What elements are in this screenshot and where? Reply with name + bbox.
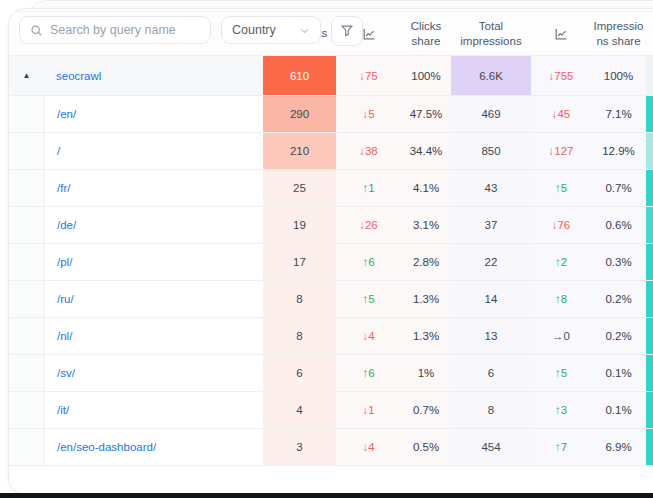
- toolbar: Search by query name Country: [9, 9, 653, 56]
- table-row: /nl/ 8 ↓4 1.3% 13 →0 0.2%: [9, 318, 653, 355]
- total-clicks-cell: 19: [263, 207, 336, 243]
- table-row: /de/ 19 ↓26 3.1% 37 ↓76 0.6%: [9, 207, 653, 244]
- query-cell: /: [44, 133, 263, 169]
- query-cell: /ru/: [44, 281, 263, 317]
- impressions-share-cell: 0.7%: [591, 170, 646, 206]
- table-row: /pl/ 17 ↑6 2.8% 22 ↑2 0.3%: [9, 244, 653, 281]
- funnel-icon: [340, 24, 354, 38]
- screenshot-bottom-edge: [0, 493, 653, 498]
- table-row: /it/ 4 ↓1 0.7% 8 ↑3 0.1%: [9, 392, 653, 429]
- query-link[interactable]: seocrawl: [56, 70, 101, 82]
- total-clicks-cell: 290: [263, 96, 336, 132]
- clicks-change-cell: ↑5: [336, 281, 401, 317]
- query-link[interactable]: /en/seo-dashboard/: [57, 441, 156, 453]
- total-impressions-cell: 14: [451, 281, 531, 317]
- table-row: ▲ seocrawl 610 ↓75 100% 6.6K ↓755 100%: [9, 56, 653, 96]
- query-link[interactable]: /ru/: [57, 293, 74, 305]
- impressions-share-cell: 6.9%: [591, 429, 646, 465]
- total-clicks-cell: 6: [263, 355, 336, 391]
- heatmap-strip-cell: [646, 207, 653, 243]
- table-row: /en/seo-dashboard/ 3 ↓4 0.5% 454 ↑7 6.9%: [9, 429, 653, 466]
- table-body: ▲ seocrawl 610 ↓75 100% 6.6K ↓755 100% /…: [9, 56, 653, 466]
- impressions-share-cell: 0.2%: [591, 281, 646, 317]
- query-cell: /it/: [44, 392, 263, 428]
- heatmap-strip-cell: [646, 244, 653, 280]
- impressions-change-cell: ↓76: [531, 207, 591, 243]
- clicks-share-cell: 1.3%: [401, 318, 451, 354]
- heatmap-strip-cell: [646, 96, 653, 132]
- country-select[interactable]: Country: [221, 16, 321, 44]
- clicks-share-cell: 0.7%: [401, 392, 451, 428]
- impressions-change-cell: ↓755: [531, 56, 591, 95]
- clicks-change-cell: ↓5: [336, 96, 401, 132]
- query-link[interactable]: /: [57, 145, 60, 157]
- query-cell: /nl/: [44, 318, 263, 354]
- clicks-change-value: ↓4: [362, 330, 374, 342]
- total-clicks-cell: 610: [263, 56, 336, 95]
- query-link[interactable]: /it/: [57, 404, 69, 416]
- search-input[interactable]: Search by query name: [19, 16, 211, 44]
- total-clicks-cell: 4: [263, 392, 336, 428]
- total-impressions-cell: 850: [451, 133, 531, 169]
- impressions-share-cell: 0.6%: [591, 207, 646, 243]
- impressions-change-value: ↓127: [549, 145, 574, 157]
- table-row: /fr/ 25 ↑1 4.1% 43 ↑5 0.7%: [9, 170, 653, 207]
- expand-gutter: [9, 207, 44, 243]
- impressions-change-cell: ↑5: [531, 170, 591, 206]
- clicks-change-value: ↑6: [362, 256, 374, 268]
- clicks-change-value: ↑1: [362, 182, 374, 194]
- impressions-change-value: ↑7: [555, 441, 567, 453]
- impressions-change-value: ↓45: [552, 108, 571, 120]
- expand-gutter: ▲: [9, 56, 44, 95]
- heatmap-strip-cell: [646, 429, 653, 465]
- impressions-change-value: ↑3: [555, 404, 567, 416]
- total-impressions-cell: 8: [451, 392, 531, 428]
- clicks-change-cell: ↓26: [336, 207, 401, 243]
- query-link[interactable]: /de/: [57, 219, 76, 231]
- filter-button[interactable]: [331, 16, 363, 46]
- impressions-change-cell: ↑2: [531, 244, 591, 280]
- total-impressions-cell: 13: [451, 318, 531, 354]
- collapse-caret-icon[interactable]: ▲: [23, 72, 31, 80]
- expand-gutter: [9, 281, 44, 317]
- clicks-change-cell: ↑6: [336, 244, 401, 280]
- clicks-change-value: ↓1: [362, 404, 374, 416]
- clicks-change-value: ↓75: [359, 70, 378, 82]
- clicks-change-value: ↑6: [362, 367, 374, 379]
- heatmap-strip-cell: [646, 392, 653, 428]
- total-clicks-cell: 17: [263, 244, 336, 280]
- total-impressions-cell: 469: [451, 96, 531, 132]
- query-cell: /pl/: [44, 244, 263, 280]
- expand-gutter: [9, 170, 44, 206]
- total-impressions-cell: 454: [451, 429, 531, 465]
- heatmap-strip-cell: [646, 56, 653, 95]
- search-icon: [30, 24, 43, 37]
- query-link[interactable]: /en/: [57, 108, 76, 120]
- total-clicks-cell: 8: [263, 281, 336, 317]
- country-select-value: Country: [232, 23, 276, 37]
- query-link[interactable]: /pl/: [57, 256, 72, 268]
- clicks-change-cell: ↑6: [336, 355, 401, 391]
- table-row: /en/ 290 ↓5 47.5% 469 ↓45 7.1%: [9, 96, 653, 133]
- chevron-down-icon: [299, 25, 310, 36]
- heatmap-strip-cell: [646, 133, 653, 169]
- impressions-change-cell: ↓127: [531, 133, 591, 169]
- clicks-change-cell: ↓4: [336, 318, 401, 354]
- query-link[interactable]: /nl/: [57, 330, 72, 342]
- impressions-change-cell: ↓45: [531, 96, 591, 132]
- expand-gutter: [9, 429, 44, 465]
- expand-gutter: [9, 392, 44, 428]
- expand-gutter: [9, 96, 44, 132]
- impressions-change-value: ↑5: [555, 182, 567, 194]
- query-cell: /sv/: [44, 355, 263, 391]
- impressions-change-cell: ↑8: [531, 281, 591, 317]
- query-link[interactable]: /fr/: [57, 182, 70, 194]
- total-clicks-cell: 3: [263, 429, 336, 465]
- query-link[interactable]: /sv/: [57, 367, 75, 379]
- table-row: /sv/ 6 ↑6 1% 6 ↑5 0.1%: [9, 355, 653, 392]
- impressions-share-cell: 7.1%: [591, 96, 646, 132]
- total-impressions-cell: 22: [451, 244, 531, 280]
- impressions-share-cell: 12.9%: [591, 133, 646, 169]
- clicks-change-value: ↓38: [359, 145, 378, 157]
- impressions-change-cell: →0: [531, 318, 591, 354]
